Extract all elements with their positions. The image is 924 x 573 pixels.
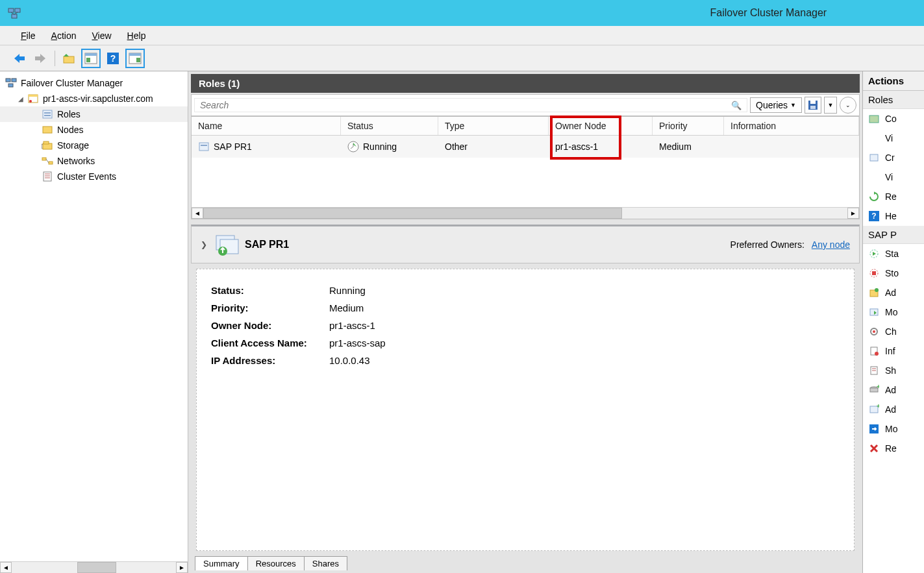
menu-view[interactable]: View bbox=[84, 28, 119, 43]
action-virtual-machines[interactable]: Vi bbox=[863, 128, 924, 148]
scroll-left-button[interactable]: ◄ bbox=[0, 562, 12, 573]
svg-rect-18 bbox=[29, 95, 38, 97]
actions-pane: Actions Roles Co Vi Cr Vi Re ?He SAP P S… bbox=[862, 71, 924, 573]
tree-root[interactable]: Failover Cluster Manager bbox=[0, 75, 188, 91]
svg-rect-0 bbox=[8, 8, 14, 12]
tree-cluster[interactable]: ◢ pr1-ascs-vir.sapcluster.com bbox=[0, 91, 188, 106]
svg-rect-21 bbox=[44, 112, 51, 114]
column-status[interactable]: Status bbox=[341, 117, 438, 135]
svg-text:?: ? bbox=[871, 212, 876, 221]
search-input[interactable] bbox=[200, 100, 731, 110]
back-button[interactable] bbox=[9, 49, 29, 68]
search-icon[interactable]: 🔍 bbox=[731, 101, 742, 110]
svg-rect-28 bbox=[44, 172, 51, 181]
grid-horizontal-scrollbar[interactable]: ◄ ► bbox=[192, 207, 859, 219]
refresh-icon bbox=[868, 191, 880, 202]
storage-icon bbox=[42, 140, 53, 151]
tree-nodes[interactable]: Nodes bbox=[0, 122, 188, 138]
collapse-icon[interactable]: ◢ bbox=[18, 95, 27, 103]
svg-point-51 bbox=[875, 352, 879, 356]
svg-rect-30 bbox=[810, 101, 816, 104]
roles-icon bbox=[42, 108, 53, 120]
cluster-manager-icon bbox=[8, 6, 21, 19]
svg-rect-31 bbox=[810, 106, 816, 109]
queries-button[interactable]: Queries ▼ bbox=[750, 97, 802, 113]
tree-networks[interactable]: Networks bbox=[0, 153, 188, 169]
cluster-events-icon bbox=[42, 171, 53, 182]
tree-roles[interactable]: Roles bbox=[0, 106, 188, 122]
events-icon bbox=[868, 365, 880, 376]
svg-rect-38 bbox=[869, 116, 879, 123]
search-bar: 🔍 Queries ▼ ▼ ⌄ bbox=[191, 94, 860, 116]
add-share-icon bbox=[868, 287, 880, 299]
configure-icon bbox=[868, 113, 880, 125]
action-show-critical-events[interactable]: Sh bbox=[863, 361, 924, 380]
show-hide-action-pane-button[interactable] bbox=[125, 49, 145, 68]
action-view[interactable]: Vi bbox=[863, 167, 924, 187]
scroll-right-button[interactable]: ► bbox=[176, 562, 188, 573]
svg-rect-32 bbox=[199, 143, 208, 151]
svg-rect-39 bbox=[870, 154, 878, 161]
collapse-detail-button[interactable]: ❯ bbox=[201, 240, 207, 249]
tab-resources[interactable]: Resources bbox=[247, 556, 305, 570]
grid-header: Name Status Type Owner Node Priority Inf… bbox=[192, 117, 859, 136]
status-running-icon bbox=[347, 141, 359, 152]
svg-point-46 bbox=[875, 288, 879, 292]
preferred-owners-link[interactable]: Any node bbox=[812, 239, 850, 250]
action-move[interactable]: Mo bbox=[863, 302, 924, 322]
expand-all-button[interactable]: ⌄ bbox=[840, 97, 856, 114]
menu-action[interactable]: Action bbox=[44, 28, 84, 43]
role-row[interactable]: SAP PR1 Running Other pr1-ascs-1 Medium bbox=[192, 136, 859, 158]
svg-rect-33 bbox=[201, 145, 207, 146]
action-stop-role[interactable]: Sto bbox=[863, 263, 924, 283]
action-change-startup[interactable]: Ch bbox=[863, 322, 924, 341]
roles-grid: Name Status Type Owner Node Priority Inf… bbox=[191, 116, 860, 219]
action-start-role[interactable]: Sta bbox=[863, 244, 924, 263]
tree-storage[interactable]: ▷ Storage bbox=[0, 138, 188, 153]
action-more-actions[interactable]: Mo bbox=[863, 419, 924, 439]
scroll-thumb[interactable] bbox=[77, 562, 116, 573]
column-information[interactable]: Information bbox=[724, 117, 859, 135]
cluster-icon bbox=[27, 93, 39, 104]
action-add-storage[interactable]: +Ad bbox=[863, 380, 924, 400]
action-configure-role[interactable]: Co bbox=[863, 109, 924, 128]
column-priority[interactable]: Priority bbox=[653, 117, 724, 135]
roles-header: Roles (1) bbox=[191, 74, 860, 93]
action-information[interactable]: Inf bbox=[863, 341, 924, 361]
tree-horizontal-scrollbar[interactable]: ◄ ► bbox=[0, 561, 188, 573]
svg-rect-3 bbox=[18, 56, 25, 60]
menu-file[interactable]: File bbox=[13, 28, 44, 43]
up-one-level-button[interactable] bbox=[59, 49, 79, 68]
action-refresh[interactable]: Re bbox=[863, 187, 924, 206]
svg-rect-23 bbox=[43, 127, 52, 133]
detail-header: ❯ SAP PR1 Preferred Owners: Any node bbox=[191, 225, 860, 263]
action-create-empty-role[interactable]: Cr bbox=[863, 148, 924, 167]
window-title: Failover Cluster Manager bbox=[710, 7, 827, 19]
help-toolbar-button[interactable]: ? bbox=[103, 49, 123, 68]
scroll-thumb[interactable] bbox=[203, 208, 622, 219]
svg-rect-16 bbox=[8, 84, 13, 87]
column-name[interactable]: Name bbox=[192, 117, 341, 135]
tree-cluster-events[interactable]: Cluster Events bbox=[0, 169, 188, 184]
action-help[interactable]: ?He bbox=[863, 206, 924, 226]
column-owner[interactable]: Owner Node bbox=[549, 117, 653, 135]
gear-icon bbox=[868, 326, 880, 337]
action-remove[interactable]: Re bbox=[863, 439, 924, 458]
save-dropdown-button[interactable]: ▼ bbox=[824, 97, 837, 114]
show-hide-tree-button[interactable] bbox=[81, 49, 101, 68]
menu-help[interactable]: Help bbox=[119, 28, 154, 43]
svg-rect-26 bbox=[42, 158, 46, 160]
svg-rect-20 bbox=[43, 110, 52, 118]
action-add-file-share[interactable]: Ad bbox=[863, 283, 924, 302]
svg-rect-44 bbox=[872, 271, 876, 275]
column-type[interactable]: Type bbox=[438, 117, 549, 135]
scroll-left-button[interactable]: ◄ bbox=[192, 208, 203, 219]
scroll-right-button[interactable]: ► bbox=[847, 208, 859, 219]
tab-shares[interactable]: Shares bbox=[304, 556, 347, 570]
more-icon bbox=[868, 423, 880, 435]
tab-summary[interactable]: Summary bbox=[195, 556, 248, 570]
action-add-resource[interactable]: +Ad bbox=[863, 400, 924, 419]
nodes-icon bbox=[42, 124, 53, 136]
save-query-button[interactable] bbox=[805, 97, 821, 114]
forward-button[interactable] bbox=[31, 49, 51, 68]
